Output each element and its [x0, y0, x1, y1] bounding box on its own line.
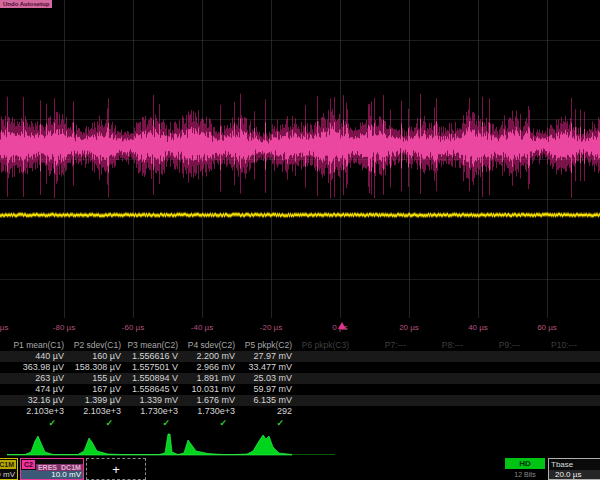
- axis-tick-label: 20 µs: [399, 323, 419, 332]
- axis-tick-label: 60 µs: [537, 323, 557, 332]
- parameter-value: 2.966 mV: [178, 362, 235, 373]
- parameter-value-row: 263 µV155 µV1.550894 V1.891 mV25.03 mV: [0, 373, 600, 384]
- parameter-value: 440 µV: [7, 351, 64, 362]
- parameter-value: [292, 395, 349, 406]
- parameter-status-check: ✓: [178, 417, 235, 429]
- parameter-value-row: 32.16 µV1.399 µV1.339 mV1.676 mV6.135 mV: [0, 395, 600, 406]
- parameter-value: [406, 384, 463, 395]
- parameter-status-check: ✓: [121, 417, 178, 429]
- parameter-value: [520, 373, 577, 384]
- parameter-header[interactable]: P1 mean(C1): [7, 340, 64, 351]
- oscilloscope-screen: Undo Autosetup -100 µs-80 µs-60 µs-40 µs…: [0, 0, 600, 480]
- parameter-value: [406, 406, 463, 417]
- hd-mode-badge[interactable]: HD: [505, 458, 545, 469]
- parameter-header[interactable]: P2 sdev(C1): [64, 340, 121, 351]
- parameter-histicon: [235, 430, 292, 457]
- timebase-descriptor[interactable]: Tbase 20.0 µs: [548, 458, 600, 480]
- parameter-status-check: [406, 417, 463, 429]
- parameter-value: 155 µV: [64, 373, 121, 384]
- parameter-value: [292, 384, 349, 395]
- parameter-value: [577, 351, 600, 362]
- parameter-value: [349, 351, 406, 362]
- parameter-value: [349, 395, 406, 406]
- parameter-status-check-row: ✓✓✓✓✓: [0, 417, 600, 429]
- parameter-value: [463, 406, 520, 417]
- parameter-value: [577, 373, 600, 384]
- parameter-header[interactable]: P7:---: [349, 340, 406, 351]
- parameter-status-check: ✓: [7, 417, 64, 429]
- parameter-value-row: 363.98 µV158.308 µV1.557501 V2.966 mV33.…: [0, 362, 600, 373]
- parameter-value: 1.676 mV: [178, 395, 235, 406]
- parameter-header[interactable]: P9:---: [463, 340, 520, 351]
- time-axis: -100 µs-80 µs-60 µs-40 µs-20 µs0 µs20 µs…: [0, 319, 600, 336]
- parameter-value: [406, 351, 463, 362]
- parameter-value: [349, 362, 406, 373]
- trigger-position-marker[interactable]: [338, 322, 346, 329]
- parameter-value: [463, 351, 520, 362]
- parameter-value: 160 µV: [64, 351, 121, 362]
- parameter-header[interactable]: P10:---: [520, 340, 577, 351]
- parameter-value: 33.477 mV: [235, 362, 292, 373]
- parameter-value: 1.550894 V: [121, 373, 178, 384]
- parameter-value: [463, 362, 520, 373]
- resolution-label: 12 Bits: [505, 471, 545, 478]
- parameter-value: [463, 395, 520, 406]
- axis-tick-label: -60 µs: [122, 323, 144, 332]
- parameter-value: 1.399 µV: [64, 395, 121, 406]
- parameter-value: [349, 384, 406, 395]
- axis-tick-label: -80 µs: [53, 323, 75, 332]
- axis-tick-label: -100 µs: [0, 323, 8, 332]
- parameter-value: 1.891 mV: [178, 373, 235, 384]
- channel-c1-descriptor[interactable]: DC1M 0 mV: [0, 458, 18, 480]
- parameter-value-row: 2.103e+32.103e+31.730e+31.730e+3292: [0, 406, 600, 417]
- timebase-label: Tbase: [549, 459, 600, 470]
- c2-channel-badge: C2: [22, 460, 35, 469]
- parameter-status-check: [463, 417, 520, 429]
- parameter-histicon: [64, 430, 121, 457]
- c2-scale-value: 10.0 mV: [21, 470, 83, 479]
- parameter-header[interactable]: P4 sdev(C2): [178, 340, 235, 351]
- parameter-value: [577, 395, 600, 406]
- parameter-header[interactable]: P11:---: [577, 340, 600, 351]
- parameter-value-row: 440 µV160 µV1.556616 V2.200 mV27.97 mV: [0, 351, 600, 362]
- parameter-value: 10.031 mV: [178, 384, 235, 395]
- parameter-header[interactable]: P6 pkpk(C3): [292, 340, 349, 351]
- parameter-header[interactable]: P3 mean(C2): [121, 340, 178, 351]
- parameter-value: [406, 373, 463, 384]
- parameter-value: [292, 406, 349, 417]
- parameter-histicon: [121, 430, 178, 457]
- parameter-status-check: [520, 417, 577, 429]
- parameter-value: 25.03 mV: [235, 373, 292, 384]
- parameter-status-check: ✓: [235, 417, 292, 429]
- parameter-histicon: [7, 430, 64, 457]
- parameter-value: 1.339 mV: [121, 395, 178, 406]
- waveform-display: [0, 0, 600, 318]
- parameter-value: 2.200 mV: [178, 351, 235, 362]
- parameter-value: 1.730e+3: [121, 406, 178, 417]
- parameter-header[interactable]: P5 pkpk(C2): [235, 340, 292, 351]
- axis-tick-label: -20 µs: [260, 323, 282, 332]
- parameter-value: 158.308 µV: [64, 362, 121, 373]
- parameter-value: [520, 406, 577, 417]
- channel-c2-descriptor[interactable]: C2 ERESDC1M 10.0 mV: [20, 458, 84, 480]
- c1-scale-value: 0 mV: [0, 470, 17, 479]
- add-trace-button[interactable]: +: [86, 458, 146, 480]
- parameter-value: 292: [235, 406, 292, 417]
- descriptor-bar: DC1M 0 mV C2 ERESDC1M 10.0 mV + HD 12 Bi…: [0, 458, 600, 480]
- parameter-value: [406, 362, 463, 373]
- parameter-value: [406, 395, 463, 406]
- parameter-header[interactable]: P8:---: [406, 340, 463, 351]
- parameter-status-check: [292, 417, 349, 429]
- parameter-value: 59.97 mV: [235, 384, 292, 395]
- parameter-value: [520, 395, 577, 406]
- parameter-value: [577, 406, 600, 417]
- parameter-value: 1.556616 V: [121, 351, 178, 362]
- undo-autosetup-badge[interactable]: Undo Autosetup: [0, 0, 52, 8]
- parameter-value: 474 µV: [7, 384, 64, 395]
- parameter-value: 1.730e+3: [178, 406, 235, 417]
- parameter-header-row: P1 mean(C1)P2 sdev(C1)P3 mean(C2)P4 sdev…: [0, 340, 600, 351]
- parameter-value: 167 µV: [64, 384, 121, 395]
- c1-coupling-badge: DC1M: [0, 460, 16, 469]
- parameter-value: 1.557501 V: [121, 362, 178, 373]
- parameter-value: 6.135 mV: [235, 395, 292, 406]
